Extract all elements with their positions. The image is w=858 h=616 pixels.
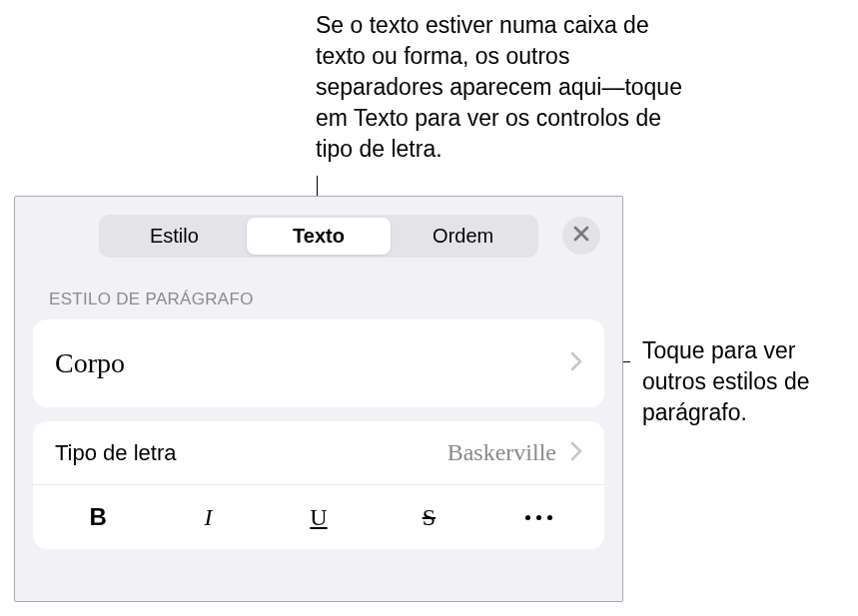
format-panel: Estilo Texto Ordem ESTILO DE PARÁGRAFO C… — [14, 196, 623, 602]
ellipsis-icon — [547, 515, 552, 520]
paragraph-style-value: Corpo — [55, 347, 125, 379]
text-style-row: B I U S — [33, 485, 604, 549]
paragraph-style-card: Corpo — [33, 319, 604, 407]
font-value: Baskerville — [447, 439, 556, 466]
italic-button[interactable]: I — [153, 498, 263, 537]
more-options-button[interactable] — [484, 515, 594, 520]
chevron-right-icon — [570, 441, 582, 465]
ellipsis-icon — [536, 515, 541, 520]
tabs-segmented-control: Estilo Texto Ordem — [99, 215, 538, 258]
ellipsis-icon — [525, 515, 530, 520]
close-icon — [573, 226, 589, 246]
callout-paragraph-style: Toque para ver outros estilos de parágra… — [642, 335, 842, 428]
strikethrough-button[interactable]: S — [374, 498, 483, 537]
font-card: Tipo de letra Baskerville B I U S — [33, 421, 604, 549]
underline-button[interactable]: U — [264, 498, 374, 537]
panel-header: Estilo Texto Ordem — [15, 197, 622, 274]
chevron-right-icon — [570, 351, 582, 375]
close-button[interactable] — [562, 217, 600, 255]
section-label-paragraph-style: ESTILO DE PARÁGRAFO — [15, 274, 622, 319]
tab-style[interactable]: Estilo — [102, 218, 247, 255]
font-row[interactable]: Tipo de letra Baskerville — [33, 421, 604, 485]
tab-order[interactable]: Ordem — [391, 218, 535, 255]
paragraph-style-row[interactable]: Corpo — [33, 319, 604, 407]
tab-text[interactable]: Texto — [247, 218, 392, 255]
callout-tabs: Se o texto estiver numa caixa de texto o… — [316, 10, 695, 165]
bold-button[interactable]: B — [43, 497, 153, 537]
font-label: Tipo de letra — [55, 440, 447, 466]
